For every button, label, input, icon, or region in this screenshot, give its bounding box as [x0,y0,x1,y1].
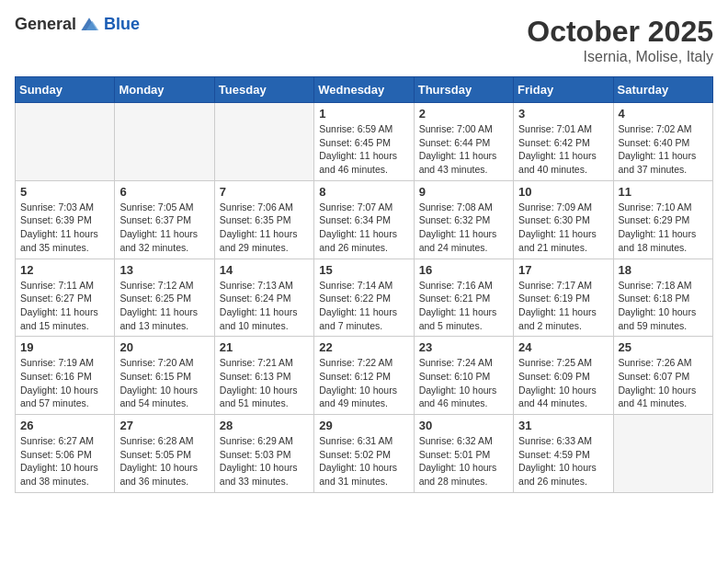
day-number: 19 [20,340,109,354]
calendar-cell: 15Sunrise: 7:14 AMSunset: 6:22 PMDayligh… [314,259,414,337]
day-number: 13 [119,263,209,277]
day-number: 25 [619,340,708,354]
day-number: 24 [518,340,608,354]
calendar-cell: 21Sunrise: 7:21 AMSunset: 6:13 PMDayligh… [214,337,313,415]
day-number: 14 [220,263,309,277]
day-number: 1 [319,107,408,121]
day-number: 9 [419,185,508,199]
calendar-cell: 23Sunrise: 7:24 AMSunset: 6:10 PMDayligh… [414,337,513,415]
day-info: Sunrise: 7:18 AMSunset: 6:18 PMDaylight:… [619,279,708,333]
calendar-cell: 27Sunrise: 6:28 AMSunset: 5:05 PMDayligh… [115,415,214,493]
day-info: Sunrise: 7:09 AMSunset: 6:30 PMDaylight:… [518,201,608,255]
day-number: 27 [119,419,209,432]
day-number: 31 [518,419,608,432]
day-info: Sunrise: 7:08 AMSunset: 6:32 PMDaylight:… [419,201,508,255]
logo-blue: Blue [104,15,140,34]
day-number: 7 [220,185,309,199]
day-info: Sunrise: 7:03 AMSunset: 6:39 PMDaylight:… [20,201,109,255]
calendar-cell: 26Sunrise: 6:27 AMSunset: 5:06 PMDayligh… [16,415,115,493]
calendar-cell: 20Sunrise: 7:20 AMSunset: 6:15 PMDayligh… [115,337,214,415]
day-number: 30 [419,419,508,432]
calendar-cell: 18Sunrise: 7:18 AMSunset: 6:18 PMDayligh… [613,259,712,337]
header-sunday: Sunday [16,77,115,103]
calendar-cell [16,103,115,181]
day-info: Sunrise: 7:26 AMSunset: 6:07 PMDaylight:… [619,356,708,410]
calendar-week-1: 1Sunrise: 6:59 AMSunset: 6:45 PMDaylight… [16,103,713,181]
calendar-cell: 22Sunrise: 7:22 AMSunset: 6:12 PMDayligh… [314,337,414,415]
day-number: 23 [419,340,508,354]
day-number: 17 [518,263,608,277]
title-section: October 2025 Isernia, Molise, Italy [527,15,713,65]
page-header: General Blue October 2025 Isernia, Molis… [15,15,713,65]
day-number: 20 [119,340,209,354]
day-info: Sunrise: 7:12 AMSunset: 6:25 PMDaylight:… [119,279,209,333]
day-info: Sunrise: 7:06 AMSunset: 6:35 PMDaylight:… [220,201,309,255]
day-info: Sunrise: 7:17 AMSunset: 6:19 PMDaylight:… [518,279,608,333]
header-wednesday: Wednesday [314,77,414,103]
calendar-cell: 13Sunrise: 7:12 AMSunset: 6:25 PMDayligh… [115,259,214,337]
calendar-cell: 29Sunrise: 6:31 AMSunset: 5:02 PMDayligh… [314,415,414,493]
day-info: Sunrise: 6:28 AMSunset: 5:05 PMDaylight:… [119,434,209,488]
day-info: Sunrise: 6:32 AMSunset: 5:01 PMDaylight:… [419,434,508,488]
logo-general: General [15,15,76,34]
calendar-cell: 24Sunrise: 7:25 AMSunset: 6:09 PMDayligh… [514,337,613,415]
calendar-title: October 2025 [527,15,713,49]
calendar-cell: 17Sunrise: 7:17 AMSunset: 6:19 PMDayligh… [514,259,613,337]
calendar-cell: 6Sunrise: 7:05 AMSunset: 6:37 PMDaylight… [115,180,214,259]
day-info: Sunrise: 6:31 AMSunset: 5:02 PMDaylight:… [319,434,408,488]
day-info: Sunrise: 7:14 AMSunset: 6:22 PMDaylight:… [319,279,408,333]
calendar-cell: 14Sunrise: 7:13 AMSunset: 6:24 PMDayligh… [214,259,313,337]
day-info: Sunrise: 7:25 AMSunset: 6:09 PMDaylight:… [518,356,608,410]
day-info: Sunrise: 7:10 AMSunset: 6:29 PMDaylight:… [619,201,708,255]
day-number: 16 [419,263,508,277]
calendar-cell: 9Sunrise: 7:08 AMSunset: 6:32 PMDaylight… [414,180,513,259]
calendar-subtitle: Isernia, Molise, Italy [527,49,713,65]
calendar-cell: 1Sunrise: 6:59 AMSunset: 6:45 PMDaylight… [314,103,414,181]
calendar-cell: 8Sunrise: 7:07 AMSunset: 6:34 PMDaylight… [314,180,414,259]
calendar-cell: 31Sunrise: 6:33 AMSunset: 4:59 PMDayligh… [514,415,613,493]
day-info: Sunrise: 7:24 AMSunset: 6:10 PMDaylight:… [419,356,508,410]
day-info: Sunrise: 6:29 AMSunset: 5:03 PMDaylight:… [220,434,309,488]
day-info: Sunrise: 7:20 AMSunset: 6:15 PMDaylight:… [119,356,209,410]
day-info: Sunrise: 7:05 AMSunset: 6:37 PMDaylight:… [119,201,209,255]
day-number: 5 [20,185,109,199]
calendar-table: SundayMondayTuesdayWednesdayThursdayFrid… [15,76,713,493]
day-info: Sunrise: 7:00 AMSunset: 6:44 PMDaylight:… [419,122,508,177]
day-number: 18 [619,263,708,277]
calendar-week-3: 12Sunrise: 7:11 AMSunset: 6:27 PMDayligh… [16,259,713,337]
day-info: Sunrise: 7:07 AMSunset: 6:34 PMDaylight:… [319,201,408,255]
calendar-header-row: SundayMondayTuesdayWednesdayThursdayFrid… [16,77,713,103]
calendar-cell: 4Sunrise: 7:02 AMSunset: 6:40 PMDaylight… [613,103,712,181]
calendar-week-5: 26Sunrise: 6:27 AMSunset: 5:06 PMDayligh… [16,415,713,493]
day-number: 15 [319,263,408,277]
calendar-cell: 28Sunrise: 6:29 AMSunset: 5:03 PMDayligh… [214,415,313,493]
header-friday: Friday [514,77,613,103]
calendar-cell: 12Sunrise: 7:11 AMSunset: 6:27 PMDayligh… [16,259,115,337]
day-number: 26 [20,419,109,432]
day-number: 11 [619,185,708,199]
calendar-cell: 11Sunrise: 7:10 AMSunset: 6:29 PMDayligh… [613,180,712,259]
day-info: Sunrise: 7:13 AMSunset: 6:24 PMDaylight:… [220,279,309,333]
day-info: Sunrise: 6:27 AMSunset: 5:06 PMDaylight:… [20,434,109,488]
day-info: Sunrise: 7:22 AMSunset: 6:12 PMDaylight:… [319,356,408,410]
day-number: 29 [319,419,408,432]
calendar-cell: 16Sunrise: 7:16 AMSunset: 6:21 PMDayligh… [414,259,513,337]
calendar-cell [115,103,214,181]
day-number: 21 [220,340,309,354]
calendar-cell: 7Sunrise: 7:06 AMSunset: 6:35 PMDaylight… [214,180,313,259]
day-info: Sunrise: 7:21 AMSunset: 6:13 PMDaylight:… [220,356,309,410]
header-saturday: Saturday [613,77,712,103]
header-tuesday: Tuesday [214,77,313,103]
logo: General Blue [15,15,140,34]
day-number: 3 [518,107,608,121]
day-info: Sunrise: 6:33 AMSunset: 4:59 PMDaylight:… [518,434,608,488]
day-number: 8 [319,185,408,199]
day-info: Sunrise: 7:02 AMSunset: 6:40 PMDaylight:… [619,122,708,177]
day-info: Sunrise: 7:01 AMSunset: 6:42 PMDaylight:… [518,122,608,177]
day-number: 4 [619,107,708,121]
day-number: 28 [220,419,309,432]
calendar-cell [214,103,313,181]
day-info: Sunrise: 7:11 AMSunset: 6:27 PMDaylight:… [20,279,109,333]
day-number: 2 [419,107,508,121]
header-thursday: Thursday [414,77,513,103]
